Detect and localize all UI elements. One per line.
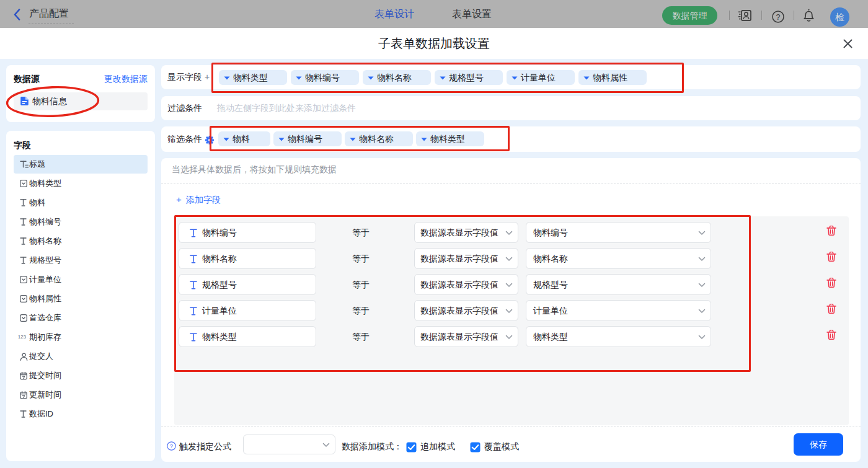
svg-text:?: ? [170, 443, 173, 449]
svg-text:?: ? [776, 13, 781, 22]
